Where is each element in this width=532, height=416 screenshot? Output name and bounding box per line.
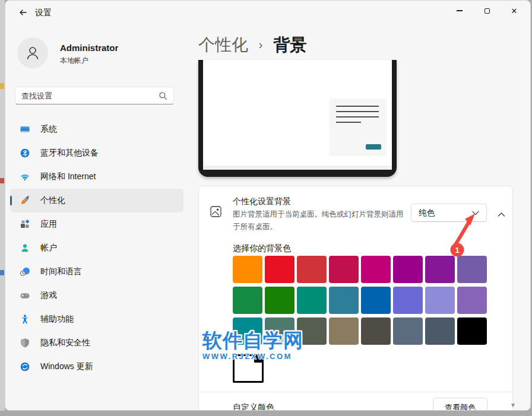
dropdown-value: 纯色: [419, 208, 435, 218]
sidebar-item-label: 时间和语言: [40, 266, 82, 277]
sidebar-item-label: 辅助功能: [40, 314, 74, 325]
breadcrumb: 个性化 › 背景: [198, 34, 306, 56]
sidebar-item-label: 蓝牙和其他设备: [40, 148, 99, 158]
caption-controls: ✕: [446, 1, 528, 21]
color-swatch[interactable]: [457, 256, 487, 283]
maximize-icon: [484, 8, 490, 14]
settings-window: 设置 ✕ Administrator 本地帐户 系统: [5, 0, 531, 411]
sidebar-item-label: 帐户: [40, 243, 57, 253]
chevron-down-icon: [472, 211, 479, 215]
color-swatch[interactable]: [265, 287, 294, 314]
preview-dialog-card: [330, 99, 386, 155]
desktop-behind-strip: [0, 0, 5, 416]
preview-accent-button: [366, 144, 381, 150]
profile-name[interactable]: Administrator: [60, 43, 118, 53]
sidebar-item-apps[interactable]: 应用: [10, 212, 183, 236]
sidebar-item-label: 应用: [40, 219, 57, 230]
accessibility-icon: [20, 314, 30, 325]
profile-account-type: 本地帐户: [60, 56, 88, 66]
breadcrumb-separator-icon: ›: [253, 38, 269, 51]
preview-text-line: [336, 122, 361, 123]
page-title: 背景: [273, 36, 306, 54]
sidebar-item-privacy[interactable]: 隐私和安全性: [10, 331, 183, 355]
color-grid: [233, 256, 487, 345]
desktop-behind-fragment: [0, 178, 4, 183]
scrollbar-down-icon[interactable]: ▼: [510, 402, 516, 408]
color-swatch[interactable]: [425, 317, 455, 345]
minimize-button[interactable]: [446, 1, 473, 21]
color-swatch[interactable]: [329, 287, 359, 314]
color-swatch[interactable]: [361, 287, 391, 314]
search-input[interactable]: [15, 91, 159, 100]
expander-description: 图片背景适用于当前桌面。纯色或幻灯片背景则适用于所有桌面。: [233, 208, 406, 233]
color-swatch[interactable]: [297, 287, 327, 314]
color-swatch[interactable]: [425, 256, 455, 283]
apps-icon: [20, 219, 30, 230]
sidebar-nav: 系统 蓝牙和其他设备 网络和 Internet 个性化 应用: [10, 118, 183, 379]
bluetooth-icon: [20, 148, 30, 158]
time-language-icon: [20, 266, 30, 277]
collapse-expander-button[interactable]: [498, 209, 505, 220]
search-box[interactable]: [15, 87, 174, 104]
color-swatch[interactable]: [233, 256, 262, 283]
system-icon: [20, 124, 30, 135]
color-swatch[interactable]: [265, 256, 294, 283]
sidebar-item-system[interactable]: 系统: [10, 118, 183, 141]
avatar[interactable]: [17, 37, 48, 68]
view-colors-button[interactable]: 查看颜色: [433, 398, 487, 411]
color-swatch[interactable]: [297, 256, 327, 283]
color-swatch[interactable]: [329, 317, 359, 345]
maximize-button[interactable]: [473, 1, 501, 21]
color-swatch[interactable]: [297, 317, 327, 345]
color-swatch[interactable]: [393, 317, 423, 345]
color-swatch[interactable]: [329, 256, 359, 283]
accounts-icon: [20, 243, 30, 253]
sidebar-item-label: 个性化: [40, 195, 65, 206]
color-swatch[interactable]: [233, 317, 262, 345]
preview-text-line: [336, 111, 379, 112]
color-swatch[interactable]: [425, 287, 455, 314]
color-swatch[interactable]: [393, 287, 423, 314]
color-swatch[interactable]: [361, 317, 391, 345]
background-type-dropdown[interactable]: 纯色: [411, 204, 487, 222]
sidebar-item-accessibility[interactable]: 辅助功能: [10, 307, 183, 331]
sidebar-item-time-language[interactable]: 时间和语言: [10, 260, 183, 284]
window-title: 设置: [35, 8, 52, 18]
privacy-icon: [20, 338, 30, 348]
custom-color-row: 自定义颜色 查看颜色: [198, 392, 513, 411]
windows-update-icon: [20, 361, 30, 372]
sidebar-item-windows-update[interactable]: Windows 更新: [10, 355, 183, 379]
sidebar-item-label: 游戏: [40, 290, 57, 301]
custom-tile-notch: [254, 356, 262, 363]
color-swatch[interactable]: [457, 287, 487, 314]
sidebar-item-label: 网络和 Internet: [40, 172, 96, 182]
back-arrow-icon: [18, 8, 28, 17]
selected-custom-color-tile[interactable]: [233, 354, 264, 383]
color-swatch[interactable]: [393, 256, 423, 283]
close-icon: ✕: [511, 7, 518, 15]
sidebar-item-personalization[interactable]: 个性化: [10, 189, 183, 212]
sidebar-item-bluetooth[interactable]: 蓝牙和其他设备: [10, 141, 183, 165]
personalization-icon: [20, 195, 30, 206]
custom-color-label: 自定义颜色: [233, 402, 274, 411]
color-swatch[interactable]: [457, 317, 487, 345]
back-button[interactable]: [14, 4, 33, 21]
search-icon: [159, 91, 167, 100]
breadcrumb-parent[interactable]: 个性化: [198, 36, 248, 54]
sidebar-item-gaming[interactable]: 游戏: [10, 284, 183, 307]
close-button[interactable]: ✕: [501, 1, 528, 21]
color-picker-section: 选择你的背景色: [198, 236, 513, 392]
desktop-behind-fragment: [0, 83, 4, 89]
sidebar-item-network[interactable]: 网络和 Internet: [10, 165, 183, 189]
sidebar-item-accounts[interactable]: 帐户: [10, 236, 183, 260]
preview-text-line: [336, 106, 379, 107]
sidebar-item-label: 系统: [40, 124, 57, 135]
expander-title: 个性化设置背景: [233, 196, 291, 207]
color-swatch[interactable]: [265, 317, 294, 345]
preview-taskbar: [203, 166, 392, 170]
sidebar-item-label: 隐私和安全性: [40, 338, 90, 348]
preview-text-line: [336, 116, 379, 118]
color-swatch[interactable]: [361, 256, 391, 283]
color-swatch[interactable]: [233, 287, 262, 314]
sidebar-item-label: Windows 更新: [40, 361, 93, 372]
